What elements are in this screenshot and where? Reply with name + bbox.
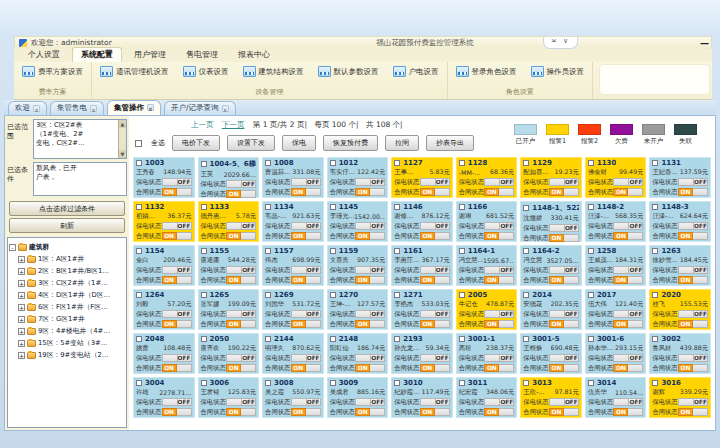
keep-power-toggle[interactable]: OFF	[162, 398, 192, 406]
expand-icon[interactable]: +	[18, 328, 25, 335]
card-checkbox[interactable]	[201, 204, 207, 210]
ribbon-button-0-0[interactable]: 费率方案设置	[20, 65, 85, 78]
card-checkbox[interactable]	[265, 160, 271, 166]
card-checkbox[interactable]	[265, 204, 271, 210]
keep-power-toggle[interactable]: OFF	[162, 354, 192, 362]
card-checkbox[interactable]	[459, 292, 465, 298]
card-checkbox[interactable]	[136, 292, 142, 298]
keep-power-toggle[interactable]: OFF	[291, 310, 321, 318]
keep-power-toggle[interactable]: OFF	[355, 310, 385, 318]
card-checkbox[interactable]	[523, 160, 529, 166]
switch-state-toggle[interactable]: ON	[678, 320, 708, 328]
keep-power-toggle[interactable]: OFF	[291, 178, 321, 186]
card-checkbox[interactable]	[394, 380, 400, 386]
switch-state-toggle[interactable]: ON	[291, 232, 321, 240]
switch-state-toggle[interactable]: ON	[613, 408, 643, 416]
keep-power-toggle[interactable]: OFF	[226, 310, 256, 318]
minimize-button[interactable]: —	[700, 38, 709, 48]
ribbon-button-1-2[interactable]: 建筑结构设置	[241, 65, 306, 78]
expand-icon[interactable]: +	[18, 280, 25, 287]
card-checkbox[interactable]	[652, 248, 658, 254]
tree-item-0[interactable]: +1区：A区1#井	[9, 253, 125, 265]
keep-power-toggle[interactable]: OFF	[549, 398, 579, 406]
card-checkbox[interactable]	[201, 161, 207, 167]
keep-power-toggle[interactable]: OFF	[549, 224, 579, 232]
switch-state-toggle[interactable]: ON	[162, 320, 192, 328]
keep-power-toggle[interactable]: OFF	[355, 222, 385, 230]
card-checkbox[interactable]	[136, 336, 142, 342]
switch-state-toggle[interactable]: ON	[162, 364, 192, 372]
card-checkbox[interactable]	[136, 160, 142, 166]
card-checkbox[interactable]	[265, 248, 271, 254]
keep-power-toggle[interactable]: OFF	[291, 354, 321, 362]
card-checkbox[interactable]	[459, 204, 465, 210]
switch-state-toggle[interactable]: ON	[162, 188, 192, 196]
keep-power-toggle[interactable]: OFF	[291, 222, 321, 230]
card-checkbox[interactable]	[588, 160, 594, 166]
switch-state-toggle[interactable]: ON	[162, 408, 192, 416]
keep-power-toggle[interactable]: OFF	[162, 178, 192, 186]
ribbon-collapse-button[interactable]: ≍ ∨	[543, 37, 578, 49]
keep-power-toggle[interactable]: OFF	[613, 222, 643, 230]
card-checkbox[interactable]	[394, 292, 400, 298]
card-checkbox[interactable]	[201, 336, 207, 342]
expand-icon[interactable]: +	[18, 316, 25, 323]
card-checkbox[interactable]	[330, 292, 336, 298]
card-checkbox[interactable]	[459, 336, 465, 342]
toolbar-button-5[interactable]: 抄表导出	[426, 135, 474, 151]
ribbon-button-2-1[interactable]: 操作员设置	[529, 65, 587, 78]
keep-power-toggle[interactable]: OFF	[678, 354, 708, 362]
tree-root[interactable]: -建筑群	[9, 241, 125, 253]
expand-icon[interactable]: +	[18, 292, 25, 299]
menu-item-1[interactable]: 系统配置	[72, 47, 122, 62]
switch-state-toggle[interactable]: ON	[420, 408, 450, 416]
card-checkbox[interactable]	[201, 380, 207, 386]
menu-item-4[interactable]: 报表中心	[230, 48, 278, 62]
keep-power-toggle[interactable]: OFF	[226, 180, 256, 188]
keep-power-toggle[interactable]: OFF	[420, 222, 450, 230]
keep-power-toggle[interactable]: OFF	[226, 222, 256, 230]
keep-power-toggle[interactable]: OFF	[613, 354, 643, 362]
keep-power-toggle[interactable]: OFF	[355, 398, 385, 406]
tab-0[interactable]: 欢迎x	[8, 101, 47, 115]
card-checkbox[interactable]	[523, 248, 529, 254]
switch-state-toggle[interactable]: ON	[355, 232, 385, 240]
keep-power-toggle[interactable]: OFF	[484, 398, 514, 406]
card-checkbox[interactable]	[136, 380, 142, 386]
keep-power-toggle[interactable]: OFF	[613, 266, 643, 274]
scroll-up-icon[interactable]: ▲	[119, 120, 126, 128]
card-checkbox[interactable]	[459, 380, 465, 386]
select-all-checkbox[interactable]	[135, 140, 142, 147]
card-checkbox[interactable]	[652, 380, 658, 386]
tree-item-1[interactable]: +2区：B区1#井/B区1…	[9, 265, 125, 277]
switch-state-toggle[interactable]: ON	[162, 232, 192, 240]
tab-3[interactable]: 开户/记录查询x	[164, 101, 236, 115]
card-checkbox[interactable]	[523, 292, 529, 298]
menu-item-3[interactable]: 售电管理	[178, 48, 226, 62]
switch-state-toggle[interactable]: ON	[355, 364, 385, 372]
switch-state-toggle[interactable]: ON	[549, 188, 579, 196]
expand-icon[interactable]: +	[18, 256, 25, 263]
prev-page-link[interactable]: 上一页	[191, 120, 214, 129]
tab-close-icon[interactable]: x	[147, 104, 154, 111]
ribbon-button-2-0[interactable]: 登录角色设置	[454, 65, 519, 78]
scope-scrollbar[interactable]: ▲ ▼	[118, 120, 126, 158]
keep-power-toggle[interactable]: OFF	[162, 222, 192, 230]
card-checkbox[interactable]	[652, 292, 658, 298]
switch-state-toggle[interactable]: ON	[355, 276, 385, 284]
toolbar-button-3[interactable]: 恢复预付费	[323, 135, 378, 151]
filter-button[interactable]: 点击选择过滤条件	[9, 201, 125, 216]
switch-state-toggle[interactable]: ON	[355, 320, 385, 328]
switch-state-toggle[interactable]: ON	[549, 276, 579, 284]
toolbar-button-2[interactable]: 保电	[282, 135, 316, 151]
ribbon-button-1-3[interactable]: 默认参数设置	[316, 65, 381, 78]
keep-power-toggle[interactable]: OFF	[420, 310, 450, 318]
switch-state-toggle[interactable]: ON	[420, 320, 450, 328]
keep-power-toggle[interactable]: OFF	[226, 266, 256, 274]
card-checkbox[interactable]	[523, 380, 529, 386]
keep-power-toggle[interactable]: OFF	[484, 178, 514, 186]
keep-power-toggle[interactable]: OFF	[678, 178, 708, 186]
card-checkbox[interactable]	[394, 160, 400, 166]
card-checkbox[interactable]	[459, 160, 465, 166]
toolbar-button-0[interactable]: 电价下发	[172, 135, 220, 151]
